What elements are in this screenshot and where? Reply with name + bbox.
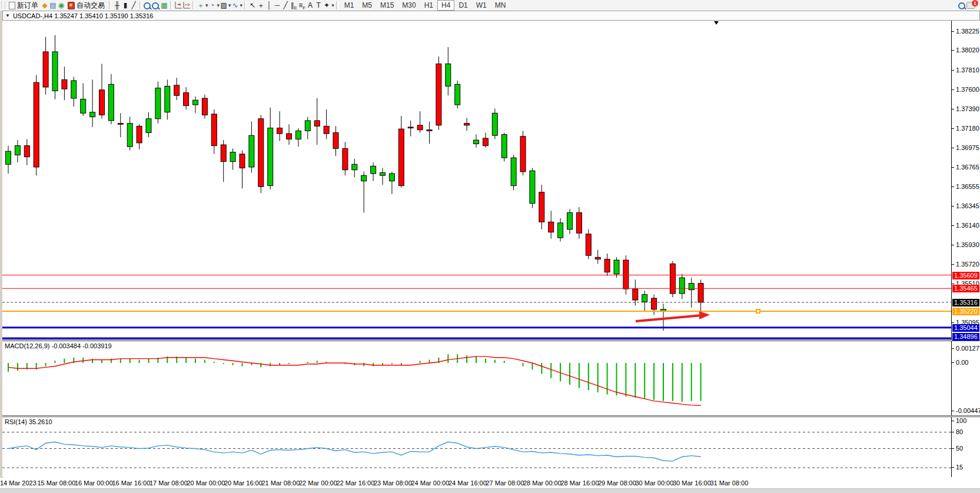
timeframe-m1[interactable]: M1: [340, 0, 358, 11]
candle-up: [361, 172, 367, 213]
timeframe-h4[interactable]: H4: [437, 0, 454, 11]
macd-tick: -0.004479: [952, 407, 980, 414]
cursor-icon[interactable]: ↖: [248, 1, 257, 9]
candle-body: [81, 99, 86, 114]
candle-down: [287, 124, 292, 145]
candle-body: [230, 152, 235, 162]
toolbar-separator: [244, 1, 247, 9]
candle-body: [614, 260, 619, 274]
candle-body: [530, 171, 535, 203]
terminal-icon[interactable]: ▤: [49, 1, 57, 9]
chart-titlebar[interactable]: ▼ USDCAD-,H4 1.35247 1.35410 1.35190 1.3…: [2, 11, 980, 21]
candle-down: [586, 229, 591, 259]
time-label: 21 Mar 08:00: [262, 479, 300, 487]
notifications-icon[interactable]: 1: [966, 2, 975, 9]
toolbar-grip[interactable]: [1, 2, 5, 9]
time-axis[interactable]: 14 Mar 202315 Mar 08:0016 Mar 00:0016 Ma…: [0, 478, 980, 488]
auto-scroll-icon[interactable]: [182, 1, 191, 9]
main-chart-pane[interactable]: 1.382251.380201.378101.376001.373901.371…: [2, 21, 980, 339]
signals-icon[interactable]: ◉: [57, 1, 65, 9]
candle-up: [146, 112, 151, 138]
equidistant-channel-icon[interactable]: ∥E: [290, 1, 298, 9]
time-label: 15 Mar 08:00: [38, 479, 76, 487]
candle-body: [165, 86, 170, 112]
candle-up: [81, 84, 86, 116]
period-clock-icon[interactable]: ◔: [208, 1, 217, 9]
search-icon[interactable]: [958, 2, 965, 9]
time-label: 22 Mar 16:00: [337, 479, 375, 487]
candle-body: [455, 84, 460, 105]
candle-up: [90, 79, 95, 127]
rsi-pane[interactable]: RSI(14) 35.2610 100805015: [2, 417, 980, 477]
text-label-icon[interactable]: T: [314, 1, 323, 9]
candle-up: [614, 257, 619, 278]
candle-body: [90, 112, 95, 117]
zoom-out-icon[interactable]: [152, 2, 159, 9]
autotrading-button[interactable]: 自动交易: [65, 1, 107, 10]
rsi-chart[interactable]: [2, 417, 951, 477]
time-label: 20 Mar 00:00: [187, 479, 225, 487]
fibonacci-icon[interactable]: ≡F: [298, 1, 306, 9]
candle-down: [427, 122, 432, 144]
arrows-tool-icon[interactable]: ✦: [323, 1, 331, 9]
price-axis[interactable]: 1.382251.380201.378101.376001.373901.371…: [951, 21, 980, 339]
candle-down: [604, 254, 610, 276]
macd-chart[interactable]: [2, 341, 951, 415]
candle-body: [108, 84, 114, 121]
candle-up: [567, 209, 573, 234]
time-label: 14 Mar 2023: [0, 479, 36, 487]
candle-body: [314, 121, 320, 126]
candle-down: [333, 126, 338, 156]
trendline-icon[interactable]: ╱: [281, 1, 290, 9]
new-order-button[interactable]: 新订单: [6, 1, 41, 10]
horizontal-line-icon[interactable]: ─: [273, 1, 281, 9]
price-tick: 1.36765: [952, 164, 979, 171]
zoom-in-icon[interactable]: [144, 2, 151, 9]
candlestick-chart-icon[interactable]: ▮: [121, 1, 129, 9]
timeframe-w1[interactable]: W1: [472, 0, 491, 11]
candle-body: [333, 133, 338, 149]
candle-body: [258, 119, 264, 186]
new-object-icon[interactable]: ＋: [197, 1, 205, 9]
timeframe-m30[interactable]: M30: [398, 0, 420, 11]
red-arrow-head: [699, 311, 710, 319]
timeframe-d1[interactable]: D1: [454, 0, 471, 11]
time-label: 24 Mar 00:00: [411, 479, 450, 487]
chart-shift-marker[interactable]: [714, 21, 719, 25]
candle-up: [305, 117, 310, 139]
macd-pane[interactable]: MACD(12,26,9) -0.003484 -0.003919 0.0012…: [2, 341, 980, 415]
candle-down: [595, 250, 600, 264]
indicators-dropdown-icon[interactable]: ▾: [240, 2, 243, 8]
candle-down: [137, 124, 142, 149]
collapse-triangle-icon[interactable]: ▼: [5, 13, 10, 18]
candle-down: [43, 37, 48, 95]
candle-down: [174, 78, 180, 100]
profile-charts-icon[interactable]: ◆: [41, 1, 49, 9]
candlestick-chart[interactable]: [2, 21, 951, 339]
candle-up: [230, 148, 235, 169]
time-label: 16 Mar 00:00: [75, 479, 113, 487]
candle-up: [193, 96, 198, 113]
candle-body: [127, 124, 132, 147]
time-label: 24 Mar 16:00: [449, 479, 487, 487]
template-icon[interactable]: ▨: [220, 1, 228, 9]
arrows-dropdown-icon[interactable]: ▾: [331, 2, 334, 8]
time-label: 22 Mar 00:00: [299, 479, 337, 487]
timeframe-m15[interactable]: M15: [376, 0, 398, 11]
time-label: 16 Mar 16:00: [112, 479, 151, 487]
price-tick: 1.36345: [952, 202, 979, 209]
vertical-line-icon[interactable]: │: [265, 1, 273, 9]
tile-windows-icon[interactable]: ▦: [160, 1, 168, 9]
crosshair-icon[interactable]: ＋: [257, 1, 265, 9]
timeframe-m5[interactable]: M5: [358, 0, 376, 11]
candle-body: [361, 175, 367, 181]
timeframe-mn[interactable]: MN: [491, 0, 510, 11]
toolbar-separator: [139, 1, 142, 9]
indicators-icon[interactable]: ∿: [231, 1, 240, 9]
candle-down: [436, 56, 441, 130]
timeframe-h1[interactable]: H1: [420, 0, 437, 11]
scroll-to-end-icon[interactable]: [174, 1, 182, 9]
text-tool-icon[interactable]: A: [306, 1, 314, 9]
line-chart-icon[interactable]: ╱: [129, 1, 138, 9]
bar-chart-icon[interactable]: ╫: [113, 1, 121, 9]
